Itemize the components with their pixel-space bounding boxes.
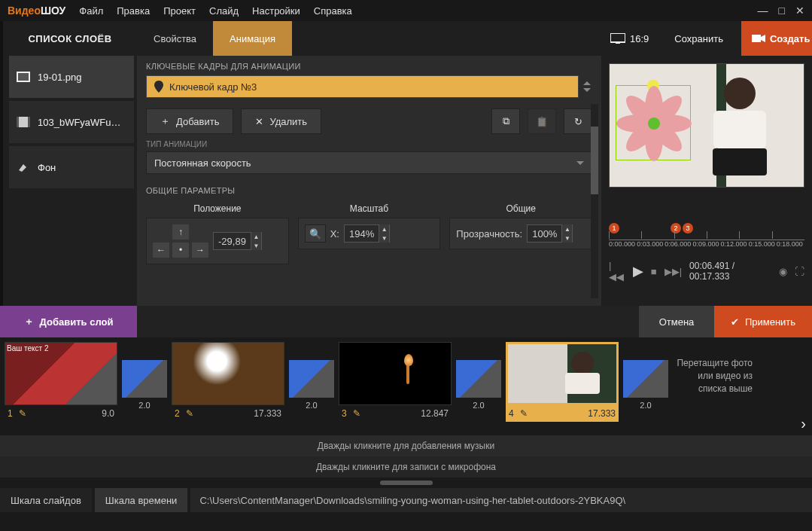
camera-icon	[752, 33, 765, 44]
window-controls: — □ ✕	[758, 5, 804, 17]
trans-dur: 2.0	[640, 398, 651, 410]
arrow-right-icon[interactable]: →	[192, 243, 208, 258]
clip-index: 2	[175, 408, 180, 419]
ruler-label: 0:06.000	[665, 240, 692, 248]
scale-header: Масштаб	[298, 200, 441, 218]
tab-slides-scale[interactable]: Шкала слайдов	[0, 488, 92, 512]
menu-help[interactable]: Справка	[314, 5, 352, 17]
keyframe-stepper[interactable]	[583, 78, 592, 96]
add-layer-label: Добавить слой	[40, 316, 114, 328]
paste-button[interactable]: 📋	[528, 108, 556, 134]
tab-properties[interactable]: Свойства	[137, 21, 213, 56]
marker-icon	[154, 81, 163, 93]
selection-box[interactable]	[616, 85, 691, 160]
clip-duration: 17.333	[254, 408, 281, 419]
plus-icon: ＋	[160, 114, 170, 128]
clip-index: 3	[342, 408, 347, 419]
transition-3[interactable]: 2.0	[456, 342, 501, 410]
clip-4[interactable]: 4✎17.333	[506, 342, 619, 422]
horizontal-scrollbar[interactable]	[0, 478, 812, 488]
menu-edit[interactable]: Правка	[117, 5, 150, 17]
edit-icon[interactable]: ✎	[353, 408, 360, 419]
arrow-left-icon[interactable]: ←	[153, 243, 169, 258]
opacity-value[interactable]: 100%▲▼	[527, 224, 573, 243]
copy-icon: ⧉	[503, 115, 509, 127]
menu-settings[interactable]: Настройки	[252, 5, 300, 17]
close-icon[interactable]: ✕	[795, 5, 804, 17]
svg-point-16	[648, 117, 660, 130]
layer-item-bg[interactable]: Фон	[9, 146, 134, 188]
transition-2[interactable]: 2.0	[289, 342, 334, 410]
add-keyframe-button[interactable]: ＋Добавить	[146, 108, 233, 134]
menu-file[interactable]: Файл	[79, 5, 103, 17]
next-button[interactable]: ▶▶|	[665, 266, 682, 277]
animtype-value: Постоянная скорость	[154, 157, 251, 169]
center-dot-icon[interactable]: •	[172, 243, 189, 258]
clip-duration: 9.0	[102, 408, 114, 419]
timecode: 00:06.491 / 00:17.333	[689, 261, 771, 282]
common-header: Общие	[449, 200, 592, 218]
copy-button[interactable]: ⧉	[491, 108, 520, 134]
opacity-label: Прозрачность:	[456, 228, 522, 240]
trans-dur: 2.0	[306, 398, 317, 410]
add-kf-label: Добавить	[176, 116, 219, 127]
menu-items: Файл Правка Проект Слайд Настройки Справ…	[79, 5, 352, 17]
mic-track[interactable]: Дважды кликните для записи с микрофона	[0, 456, 812, 478]
save-button[interactable]: Сохранить	[664, 21, 734, 56]
x-icon: ✕	[255, 116, 263, 127]
menu-slide[interactable]: Слайд	[209, 5, 239, 17]
layers-title: СПИСОК СЛОЁВ	[3, 21, 137, 56]
preview-canvas[interactable]	[609, 63, 804, 188]
snapshot-icon[interactable]: ◉	[779, 266, 787, 277]
position-value[interactable]: -29,89▲▼	[213, 232, 262, 250]
layer-label: Фон	[38, 162, 56, 173]
edit-icon[interactable]: ✎	[520, 408, 528, 419]
apply-button[interactable]: ✔ Применить	[714, 306, 812, 337]
transition-icon	[289, 360, 334, 398]
maximize-icon[interactable]: □	[779, 5, 785, 17]
arrow-up-icon[interactable]: ↑	[172, 224, 189, 240]
create-button[interactable]: Создать	[741, 21, 812, 56]
transition-1[interactable]: 2.0	[122, 342, 167, 410]
preview-timeline[interactable]: 1 2 3 0:00.000 0:03.000 0:06.000 0:09.00…	[609, 231, 804, 255]
clip-duration: 12.847	[421, 408, 449, 419]
layer-item-image[interactable]: 19-01.png	[9, 56, 134, 98]
edit-icon[interactable]: ✎	[19, 408, 26, 419]
music-track[interactable]: Дважды кликните для добавления музыки	[0, 435, 812, 456]
svg-rect-1	[18, 73, 29, 81]
aspect-ratio-button[interactable]: 16:9	[610, 33, 649, 44]
zoom-icon[interactable]: 🔍	[305, 224, 326, 243]
stop-button[interactable]: ■	[651, 266, 657, 277]
transition-4[interactable]: 2.0	[623, 342, 668, 410]
clip-1[interactable]: Ваш текст 2 1✎9.0	[5, 342, 117, 422]
reset-button[interactable]: ↻	[564, 108, 592, 134]
play-button[interactable]: ▶	[633, 263, 643, 279]
prev-button[interactable]: |◀◀	[609, 260, 625, 282]
minimize-icon[interactable]: —	[758, 5, 768, 17]
apply-label: Применить	[745, 316, 795, 328]
animtype-dropdown[interactable]: Постоянная скорость	[146, 151, 592, 174]
keyframe-dropdown[interactable]: Ключевой кадр №3	[146, 75, 579, 98]
cancel-button[interactable]: Отмена	[639, 306, 714, 337]
scale-x-value[interactable]: 194%▲▼	[344, 224, 390, 243]
check-icon: ✔	[731, 316, 739, 328]
delete-keyframe-button[interactable]: ✕Удалить	[241, 108, 321, 134]
add-layer-button[interactable]: ＋ Добавить слой	[0, 306, 137, 337]
editor-scrollbar[interactable]	[591, 104, 598, 298]
tab-animation[interactable]: Анимация	[213, 21, 292, 56]
preview-panel: 16:9 Сохранить Создать	[601, 21, 812, 306]
svg-rect-7	[752, 35, 761, 42]
clipboard-icon: 📋	[536, 116, 548, 127]
transition-icon	[122, 360, 167, 398]
clip-3[interactable]: 3✎12.847	[339, 342, 452, 422]
fullscreen-icon[interactable]: ⛶	[795, 266, 804, 277]
clip-2[interactable]: 2✎17.333	[172, 342, 284, 422]
tab-timeline-scale[interactable]: Шкала времени	[95, 488, 188, 512]
edit-icon[interactable]: ✎	[186, 408, 193, 419]
app-logo: ВидеоШОУ	[8, 5, 65, 17]
menu-project[interactable]: Проект	[163, 5, 196, 17]
layer-item-video[interactable]: 103_bWFyaWFuYT...	[9, 101, 134, 143]
position-pad[interactable]: ↑ ←•→	[153, 224, 208, 258]
chevron-right-icon[interactable]: ›	[801, 415, 806, 432]
keyframes-section-label: КЛЮЧЕВЫЕ КАДРЫ ДЛЯ АНИМАЦИИ	[137, 56, 601, 75]
